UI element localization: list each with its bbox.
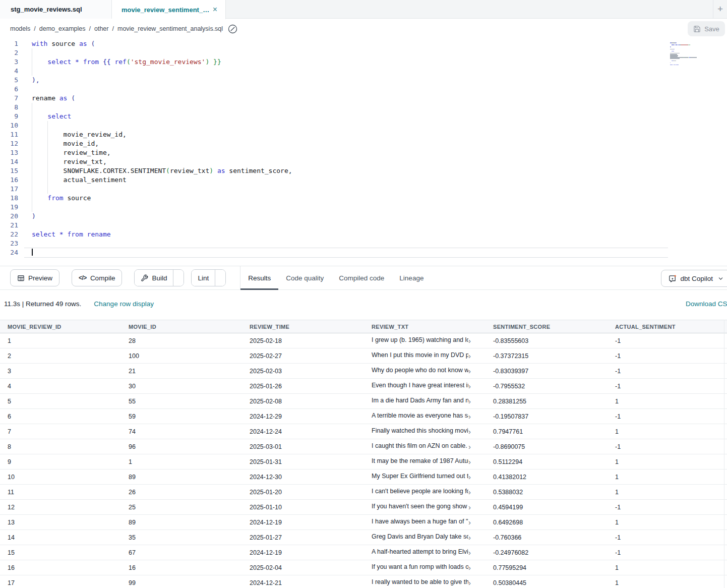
expand-review-icon[interactable]: › — [468, 457, 471, 465]
table-cell: A half-hearted attempt to bring Elvis P…… — [364, 548, 486, 557]
code-line[interactable]: 16 actual_sentiment — [0, 175, 668, 185]
code-line[interactable]: 13 review_time, — [0, 148, 668, 157]
table-cell: Im a die hard Dads Army fan and nothi…› — [364, 397, 486, 405]
table-cell: 17 — [0, 579, 121, 586]
close-tab-icon[interactable]: × — [212, 5, 218, 14]
breadcrumb-segment[interactable]: models — [10, 25, 30, 32]
tab-results[interactable]: Results — [240, 266, 278, 290]
column-header-actual_sentiment[interactable]: ACTUAL_SENTIMENT — [608, 324, 727, 330]
code-line[interactable]: 7rename as ( — [0, 94, 668, 103]
download-csv-link[interactable]: Download CSV — [686, 300, 727, 308]
code-line[interactable]: 2 — [0, 48, 668, 57]
compile-button[interactable]: </> Compile — [72, 269, 122, 286]
new-tab-button[interactable]: + — [713, 0, 727, 18]
table-cell: 2024-12-24 — [242, 428, 364, 435]
lint-dropdown-button[interactable] — [215, 270, 225, 286]
code-line[interactable]: 12 movie_id, — [0, 139, 668, 148]
build-button[interactable]: Build — [135, 270, 173, 286]
dbt-copilot-button[interactable]: dbt Copilot — [661, 270, 727, 287]
code-line[interactable]: 3 select * from {{ ref('stg_movie_review… — [0, 57, 668, 67]
table-cell: If you want a fun romp with loads of s…› — [364, 563, 486, 572]
expand-review-icon[interactable]: › — [468, 488, 471, 495]
code-line[interactable]: 14 review_txt, — [0, 157, 668, 166]
file-tab-stg-movie-reviews[interactable]: stg_movie_reviews.sql — [0, 0, 112, 19]
table-row: 10892024-12-30My Super Ex Girlfriend tur… — [0, 469, 727, 485]
table-cell: -1 — [608, 337, 727, 344]
compile-label: Compile — [90, 274, 115, 282]
code-line[interactable]: 23 — [0, 239, 668, 248]
column-header-sentiment_score[interactable]: SENTIMENT_SCORE — [486, 324, 608, 330]
breadcrumb-segment[interactable]: movie_review_sentiment_analysis.sql — [117, 25, 223, 32]
table-cell: 2025-01-26 — [242, 383, 364, 390]
code-line[interactable]: 9 select — [0, 112, 668, 121]
code-line[interactable]: 11 movie_review_id, — [0, 130, 668, 139]
expand-review-icon[interactable]: › — [468, 548, 471, 556]
table-cell: 0.5388032 — [486, 489, 608, 496]
code-line[interactable]: 21 — [0, 221, 668, 230]
build-dropdown-button[interactable] — [173, 270, 184, 286]
column-header-movie_id[interactable]: MOVIE_ID — [121, 324, 242, 330]
expand-review-icon[interactable]: › — [468, 351, 471, 359]
code-line[interactable]: 19 — [0, 203, 668, 212]
code-line[interactable]: 15 SNOWFLAKE.CORTEX.SENTIMENT(review_txt… — [0, 166, 668, 175]
column-header-review_time[interactable]: REVIEW_TIME — [242, 324, 364, 330]
file-indicator-icon[interactable] — [228, 24, 237, 34]
code-line[interactable]: 18 from source — [0, 194, 668, 203]
expand-review-icon[interactable]: › — [468, 367, 471, 374]
code-line[interactable]: 20) — [0, 212, 668, 221]
expand-review-icon[interactable]: › — [468, 382, 471, 389]
tab-lineage[interactable]: Lineage — [392, 266, 431, 290]
preview-button[interactable]: Preview — [10, 269, 59, 286]
lint-button[interactable]: Lint — [192, 270, 215, 286]
code-line[interactable]: 6 — [0, 85, 668, 94]
code-line[interactable]: 10 — [0, 121, 668, 130]
table-cell: 0.7947761 — [486, 428, 608, 435]
file-tab-movie-review-sentiment[interactable]: movie_review_sentiment_… × — [112, 0, 226, 19]
table-cell: -1 — [608, 383, 727, 390]
table-cell: 2025-02-27 — [242, 352, 364, 360]
expand-review-icon[interactable]: › — [468, 442, 471, 450]
line-number: 9 — [0, 112, 24, 121]
file-tab-label: stg_movie_reviews.sql — [11, 6, 82, 13]
save-button[interactable]: Save — [688, 21, 725, 36]
code-line[interactable]: 22select * from rename — [0, 230, 668, 239]
column-header-movie_review_id[interactable]: MOVIE_REVIEW_ID — [0, 324, 121, 330]
change-row-display-link[interactable]: Change row display — [94, 300, 154, 308]
expand-review-icon[interactable]: › — [468, 412, 471, 420]
column-header-review_txt[interactable]: REVIEW_TXT — [364, 324, 486, 330]
table-cell: 30 — [121, 383, 242, 390]
line-number: 14 — [0, 157, 24, 166]
expand-review-icon[interactable]: › — [468, 533, 471, 541]
tab-compiled-code[interactable]: Compiled code — [331, 266, 392, 290]
tab-code-quality[interactable]: Code quality — [278, 266, 331, 290]
table-row: 8962025-03-01I caught this film on AZN o… — [0, 439, 727, 454]
table-cell: Greg Davis and Bryan Daly take some …› — [364, 533, 486, 542]
breadcrumb-segment[interactable]: demo_examples — [39, 25, 86, 32]
table-row: 12252025-01-10If you haven't seen the go… — [0, 500, 727, 515]
table-cell: 13 — [0, 519, 121, 526]
expand-review-icon[interactable]: › — [468, 473, 471, 480]
expand-review-icon[interactable]: › — [468, 518, 471, 525]
table-cell: -0.24976082 — [486, 549, 608, 556]
code-line[interactable]: 8 — [0, 103, 668, 112]
code-line[interactable]: 5), — [0, 76, 668, 85]
code-line[interactable]: 17 — [0, 185, 668, 194]
expand-review-icon[interactable]: › — [468, 578, 471, 586]
code-editor-lines[interactable]: 1with source as (23 select * from {{ ref… — [0, 38, 668, 257]
expand-review-icon[interactable]: › — [468, 503, 471, 510]
code-editor[interactable]: 1with source as (23 select * from {{ ref… — [0, 38, 727, 266]
expand-review-icon[interactable]: › — [468, 397, 471, 404]
minimap[interactable] — [670, 42, 704, 68]
code-line[interactable]: 4 — [0, 67, 668, 76]
table-cell: 2025-01-31 — [242, 458, 364, 465]
breadcrumb-segment[interactable]: other — [94, 25, 109, 32]
expand-review-icon[interactable]: › — [468, 336, 471, 344]
code-line[interactable]: 1with source as ( — [0, 39, 668, 48]
line-number: 19 — [0, 203, 24, 212]
expand-review-icon[interactable]: › — [468, 427, 471, 435]
table-cell: -1 — [608, 368, 727, 375]
breadcrumb-row: models/demo_examples/other/movie_review_… — [0, 19, 727, 38]
table-cell: -0.8690075 — [486, 443, 608, 450]
code-line[interactable]: 24 — [0, 248, 668, 257]
expand-review-icon[interactable]: › — [468, 563, 471, 571]
